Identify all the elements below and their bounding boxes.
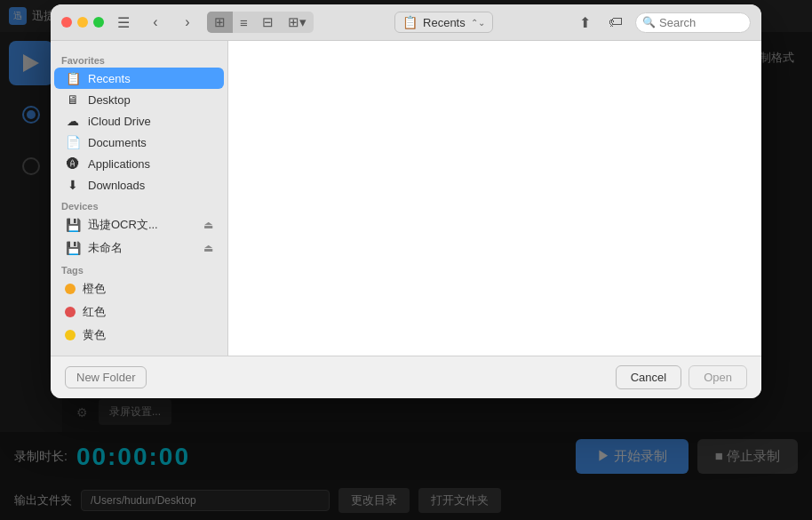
dialog-main-content <box>228 41 761 356</box>
desktop-label: Desktop <box>88 93 213 107</box>
icloud-icon: ☁ <box>65 114 81 128</box>
tag-button[interactable]: 🏷 <box>603 12 628 32</box>
applications-icon: 🅐 <box>65 156 81 171</box>
tags-label: Tags <box>51 260 227 277</box>
device-unnamed-label: 未命名 <box>88 240 196 256</box>
device-ocr-eject-icon[interactable]: ⏏ <box>203 219 213 231</box>
window-minimize-button[interactable] <box>77 17 88 28</box>
file-picker-dialog: ☰ ‹ › ⊞ ≡ ⊟ ⊞▾ 📋 Recents ⌃⌄ ⬆ 🏷 🔍 <box>51 4 761 398</box>
nav-forward-button[interactable]: › <box>175 12 200 33</box>
documents-icon: 📄 <box>65 135 81 149</box>
cancel-button[interactable]: Cancel <box>616 365 681 389</box>
sidebar-item-recents[interactable]: 📋 Recents <box>54 68 224 89</box>
tag-yellow-dot <box>65 330 76 340</box>
view-buttons: ⊞ ≡ ⊟ ⊞▾ <box>207 12 314 33</box>
dialog-footer: New Folder Cancel Open <box>51 356 761 398</box>
sidebar-item-tag-yellow[interactable]: 黄色 <box>54 324 224 347</box>
window-buttons <box>61 17 104 28</box>
location-text: Recents <box>423 16 466 29</box>
tag-orange-label: 橙色 <box>83 281 213 297</box>
sidebar-toggle-button[interactable]: ☰ <box>111 12 136 33</box>
sidebar-item-tag-orange[interactable]: 橙色 <box>54 277 224 300</box>
recents-icon: 📋 <box>65 71 81 85</box>
view-gallery-button[interactable]: ⊞▾ <box>281 12 314 33</box>
location-wrapper[interactable]: 📋 Recents ⌃⌄ <box>394 12 493 33</box>
share-button[interactable]: ⬆ <box>574 12 596 33</box>
sidebar-item-applications[interactable]: 🅐 Applications <box>54 153 224 174</box>
device-unnamed-eject-icon[interactable]: ⏏ <box>203 242 213 254</box>
view-column-button[interactable]: ⊟ <box>255 12 281 33</box>
sidebar-item-tag-red[interactable]: 红色 <box>54 300 224 324</box>
location-bar: 📋 Recents ⌃⌄ <box>321 12 567 33</box>
open-button[interactable]: Open <box>689 365 747 389</box>
favorites-label: Favorites <box>51 50 227 68</box>
sidebar-item-device-ocr[interactable]: 💾 迅捷OCR文... ⏏ <box>54 213 224 236</box>
sidebar-item-device-unnamed[interactable]: 💾 未命名 ⏏ <box>54 236 224 260</box>
sidebar-item-icloud[interactable]: ☁ iCloud Drive <box>54 110 224 132</box>
device-ocr-icon: 💾 <box>65 218 81 232</box>
search-icon: 🔍 <box>642 16 656 28</box>
applications-label: Applications <box>88 157 213 171</box>
footer-right: Cancel Open <box>616 365 747 389</box>
dialog-overlay: ☰ ‹ › ⊞ ≡ ⊟ ⊞▾ 📋 Recents ⌃⌄ ⬆ 🏷 🔍 <box>0 0 812 520</box>
dialog-body: Favorites 📋 Recents 🖥 Desktop ☁ iCloud D… <box>51 41 761 356</box>
location-chevron-icon: ⌃⌄ <box>471 18 485 28</box>
tag-orange-dot <box>65 284 76 294</box>
new-folder-button[interactable]: New Folder <box>65 366 147 388</box>
dialog-toolbar: ☰ ‹ › ⊞ ≡ ⊟ ⊞▾ 📋 Recents ⌃⌄ ⬆ 🏷 🔍 <box>51 4 761 41</box>
devices-label: Devices <box>51 196 227 213</box>
tag-red-dot <box>65 307 76 317</box>
nav-back-button[interactable]: ‹ <box>143 12 168 33</box>
sidebar-item-desktop[interactable]: 🖥 Desktop <box>54 89 224 110</box>
device-unnamed-icon: 💾 <box>65 241 81 255</box>
window-close-button[interactable] <box>61 17 72 28</box>
recents-label: Recents <box>88 72 213 85</box>
search-wrapper: 🔍 <box>635 12 751 33</box>
tag-red-label: 红色 <box>83 304 213 320</box>
downloads-icon: ⬇ <box>65 178 81 192</box>
desktop-icon: 🖥 <box>65 92 81 107</box>
dialog-sidebar: Favorites 📋 Recents 🖥 Desktop ☁ iCloud D… <box>51 41 228 356</box>
device-ocr-label: 迅捷OCR文... <box>88 217 196 233</box>
sidebar-item-downloads[interactable]: ⬇ Downloads <box>54 174 224 196</box>
location-folder-icon: 📋 <box>402 15 418 29</box>
downloads-label: Downloads <box>88 179 213 192</box>
window-maximize-button[interactable] <box>93 17 104 28</box>
view-list-button[interactable]: ≡ <box>233 12 255 33</box>
view-icon-button[interactable]: ⊞ <box>207 12 233 33</box>
icloud-label: iCloud Drive <box>88 115 213 128</box>
tag-yellow-label: 黄色 <box>83 327 213 343</box>
documents-label: Documents <box>88 136 213 149</box>
sidebar-item-documents[interactable]: 📄 Documents <box>54 132 224 153</box>
